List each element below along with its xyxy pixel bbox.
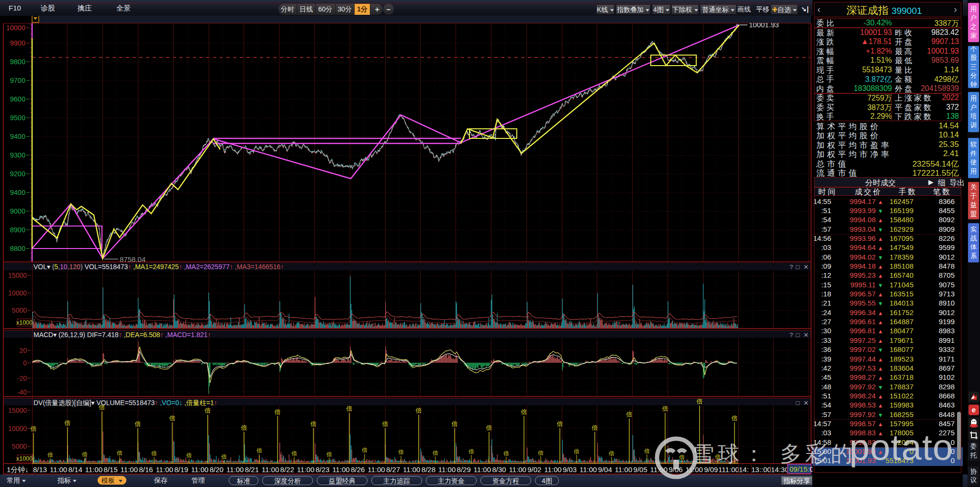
svg-text:倍: 倍 — [151, 450, 157, 457]
svg-text:8758.04: 8758.04 — [120, 255, 145, 263]
svg-text:倍: 倍 — [135, 420, 141, 428]
svg-text:□: □ — [796, 263, 800, 271]
svg-text:11:00: 11:00 — [544, 465, 561, 474]
svg-text:15000: 15000 — [8, 272, 27, 279]
svg-text:11:00: 11:00 — [191, 465, 208, 474]
svg-text:11:00: 11:00 — [262, 465, 279, 474]
svg-text:9600: 9600 — [10, 95, 25, 103]
svg-text:□: □ — [796, 331, 800, 339]
svg-text:8/30: 8/30 — [492, 465, 506, 474]
svg-text:8/16: 8/16 — [139, 465, 153, 474]
svg-text:-40: -40 — [17, 388, 27, 396]
svg-text:8/21: 8/21 — [245, 465, 259, 474]
svg-text:10000: 10000 — [6, 24, 25, 32]
svg-text:9/04: 9/04 — [598, 465, 612, 474]
svg-text:8/19: 8/19 — [174, 465, 188, 474]
svg-text:10000: 10000 — [8, 289, 27, 297]
svg-text:倍: 倍 — [47, 452, 53, 458]
svg-text:11:00: 11:00 — [403, 465, 420, 474]
svg-text:x1000: x1000 — [16, 319, 33, 326]
svg-text:9/03: 9/03 — [563, 465, 577, 474]
svg-text:9800: 9800 — [10, 58, 25, 66]
svg-text:8/22: 8/22 — [280, 465, 294, 474]
svg-text:✕: ✕ — [803, 263, 809, 271]
svg-text:10000: 10000 — [8, 425, 27, 432]
svg-text:倍: 倍 — [311, 420, 317, 428]
svg-text:倍: 倍 — [521, 408, 527, 416]
svg-text:5000: 5000 — [12, 442, 27, 450]
svg-text:8/29: 8/29 — [457, 465, 471, 474]
svg-text:0: 0 — [23, 359, 27, 367]
svg-text:倍: 倍 — [169, 415, 176, 422]
svg-text:倍: 倍 — [609, 450, 614, 457]
svg-text:11:00: 11:00 — [226, 465, 244, 474]
svg-text:1分钟↓: 1分钟↓ — [7, 465, 29, 474]
svg-text:11:00: 11:00 — [438, 465, 456, 474]
svg-text:11:00: 11:00 — [85, 465, 102, 474]
svg-text:倍: 倍 — [205, 407, 211, 414]
svg-text:倍: 倍 — [503, 450, 509, 457]
svg-text:11:00: 11:00 — [121, 465, 138, 474]
svg-text:✕: ✕ — [803, 331, 809, 339]
svg-text:15000: 15000 — [8, 407, 27, 414]
svg-text:倍: 倍 — [275, 408, 281, 416]
svg-text:11:00: 11:00 — [368, 465, 385, 474]
svg-text:倍: 倍 — [433, 450, 438, 456]
svg-text:9700: 9700 — [10, 77, 25, 84]
svg-text:9200: 9200 — [10, 170, 25, 178]
svg-text:9900: 9900 — [10, 39, 25, 47]
svg-text:11:00: 11:00 — [156, 465, 173, 474]
svg-text:倍: 倍 — [346, 405, 353, 412]
svg-text:倍: 倍 — [662, 405, 668, 412]
svg-text:倍: 倍 — [382, 420, 389, 428]
svg-text:倍: 倍 — [486, 424, 492, 431]
svg-text:倍: 倍 — [592, 424, 598, 431]
svg-text:11:00: 11:00 — [509, 465, 526, 474]
svg-text:倍: 倍 — [626, 411, 633, 418]
svg-text:倍: 倍 — [468, 448, 474, 455]
svg-text:8/26: 8/26 — [351, 465, 365, 474]
svg-text:?: ? — [790, 331, 793, 339]
svg-text:9000: 9000 — [10, 207, 25, 215]
svg-text:5000: 5000 — [12, 306, 27, 314]
svg-text:9300: 9300 — [10, 151, 25, 159]
svg-text:8900: 8900 — [10, 226, 25, 234]
svg-text:倍: 倍 — [697, 398, 703, 405]
svg-text:x1000: x1000 — [16, 455, 33, 462]
svg-text:倍: 倍 — [732, 415, 738, 422]
svg-text:11:00: 11:00 — [579, 465, 597, 474]
svg-text:9500: 9500 — [10, 114, 25, 122]
svg-text:倍: 倍 — [256, 447, 262, 454]
svg-text:-20: -20 — [17, 374, 27, 382]
svg-text:倍: 倍 — [291, 450, 297, 457]
svg-text:倍: 倍 — [416, 407, 422, 414]
svg-text:倍: 倍 — [644, 448, 650, 454]
svg-text:倍: 倍 — [326, 451, 332, 458]
svg-text:MACD▾ (26,12,9) DIF=7.418↑ ,: MACD▾ (26,12,9) DIF=7.418↑ ,DEA=6.508↑ ,… — [33, 331, 211, 339]
svg-text:9/05: 9/05 — [634, 465, 647, 474]
svg-text:倍: 倍 — [186, 452, 192, 459]
svg-text:8/27: 8/27 — [386, 465, 400, 474]
svg-text:11:00: 11:00 — [50, 465, 67, 474]
svg-text:9/02: 9/02 — [527, 465, 541, 474]
svg-text:倍: 倍 — [117, 450, 122, 456]
svg-text:DV(倍量选股)[自编]▾ VOLUME=5518473↑: DV(倍量选股)[自编]▾ VOLUME=5518473↑ ,VO=0↓ ,倍量… — [33, 399, 217, 407]
svg-text:9400: 9400 — [10, 189, 25, 196]
svg-text:8/13: 8/13 — [33, 465, 47, 474]
svg-text:9400: 9400 — [10, 133, 25, 140]
svg-text:20: 20 — [19, 347, 27, 354]
svg-text:11:00: 11:00 — [297, 465, 314, 474]
svg-text:8/23: 8/23 — [315, 465, 329, 474]
svg-text:倍: 倍 — [557, 420, 563, 428]
svg-text:8/20: 8/20 — [210, 465, 223, 474]
svg-text:倍: 倍 — [65, 419, 71, 427]
svg-text:8/15: 8/15 — [104, 465, 118, 474]
svg-text:?: ? — [790, 263, 793, 271]
svg-text:倍: 倍 — [398, 449, 404, 455]
svg-text:11:00: 11:00 — [474, 465, 491, 474]
svg-text:倍: 倍 — [574, 448, 579, 455]
svg-text:11:00: 11:00 — [332, 465, 349, 474]
svg-text:8/14: 8/14 — [68, 465, 82, 474]
svg-text:11:00: 11:00 — [615, 465, 632, 474]
svg-text:□: □ — [796, 399, 800, 407]
